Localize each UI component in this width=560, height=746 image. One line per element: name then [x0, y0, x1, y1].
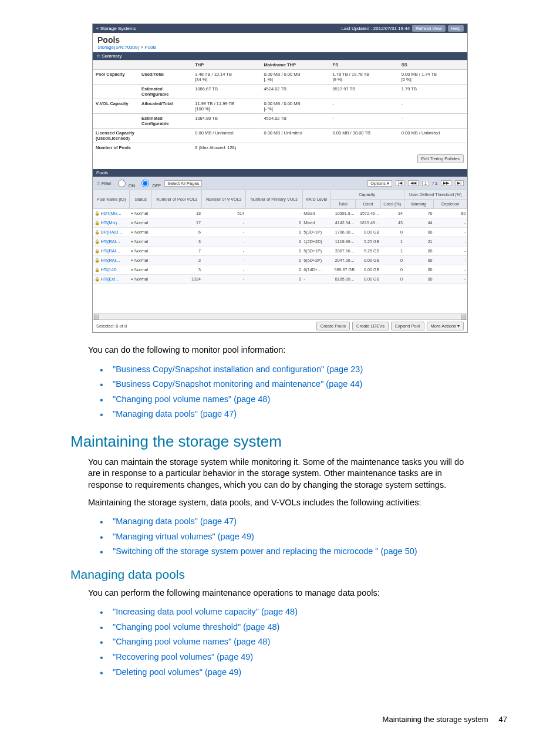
cross-ref-link[interactable]: "Business Copy/Snapshot monitoring and m…: [113, 379, 362, 389]
options-dropdown[interactable]: Options ▾: [367, 180, 392, 187]
heading-maintaining: Maintaining the storage system: [70, 433, 542, 451]
help-button[interactable]: Help: [448, 25, 464, 32]
refresh-button[interactable]: Refresh View: [412, 25, 445, 32]
list-item: "Switching off the storage system power …: [100, 544, 472, 559]
table-row[interactable]: 🔒 HTI(RAI…Normal7-05(3D+1P)3367.66…5.25 …: [93, 247, 467, 256]
col-poolname[interactable]: Pool Name (ID): [93, 190, 130, 209]
table-row[interactable]: 🔒 HTI(RAI…Normal3-01(2D+2D)1119.89…5.25 …: [93, 237, 467, 247]
horizontal-scrollbar[interactable]: [93, 313, 467, 319]
col-status[interactable]: Status: [130, 190, 152, 209]
summary-row: Licensed Capacity (Used/Licensed)0.00 MB…: [93, 129, 467, 143]
page-last-icon[interactable]: ▶|: [455, 180, 464, 186]
cross-ref-link[interactable]: "Managing data pools" (page 47): [113, 409, 237, 418]
create-ldevs-button[interactable]: Create LDEVs: [352, 322, 389, 330]
list-item: "Managing data pools" (page 47): [100, 407, 472, 422]
cross-ref-link[interactable]: "Changing pool volume threshold" (page 4…: [113, 622, 279, 632]
col-depl[interactable]: Depletion: [434, 200, 467, 209]
breadcrumb-link[interactable]: Storage(S/N:70308): [97, 45, 139, 50]
list-item: "Changing pool volume names" (page 48): [100, 634, 472, 650]
cross-ref-link[interactable]: "Increasing data pool volume capacity" (…: [113, 607, 298, 616]
page-title: Pools: [93, 33, 467, 45]
summary-row: Pool CapacityUsed/Total3.48 TB / 10.14 T…: [93, 70, 467, 85]
breadcrumb-current: Pools: [144, 45, 156, 50]
cross-ref-link[interactable]: "Managing data pools" (page 47): [113, 517, 237, 526]
list-item: "Managing data pools" (page 47): [100, 514, 472, 529]
col-fs: FS: [330, 60, 399, 70]
cross-ref-link[interactable]: "Business Copy/Snapshot installation and…: [113, 364, 363, 374]
table-row[interactable]: 🔒 DR(RAID…Normal6-05(3D+1P)1786.00…0.00 …: [93, 228, 467, 237]
status-icon: [131, 248, 134, 254]
list-item: "Changing pool volume names" (page 48): [100, 392, 472, 407]
status-icon: [131, 276, 134, 282]
managing-pools-p: You can perform the following maintenanc…: [88, 588, 472, 599]
pool-link[interactable]: 🔒 HDT(Mix…: [95, 211, 122, 216]
page-first-icon[interactable]: |◀: [396, 180, 404, 186]
status-icon: [131, 229, 134, 235]
more-actions-button[interactable]: More Actions ▾: [427, 322, 464, 330]
pool-link[interactable]: 🔒 HTI(RAI…: [95, 239, 120, 244]
screenshot-topbar: « Storage Systems Last Updated : 2012/07…: [93, 24, 467, 33]
col-warn[interactable]: Warning: [404, 200, 434, 209]
cross-ref-link[interactable]: "Changing pool volume names" (page 48): [113, 394, 270, 404]
table-row[interactable]: 🔒 HDT(Mix…Normal18514-Mixed10391.8…3572.…: [93, 209, 467, 218]
col-total[interactable]: Total: [330, 200, 356, 209]
summary-header[interactable]: ☆ Summary: [93, 52, 467, 60]
edit-tiering-button[interactable]: Edit Tiering Policies: [417, 154, 464, 163]
page-current[interactable]: 1: [422, 181, 429, 186]
page-footer: Maintaining the storage system 47: [53, 715, 507, 724]
col-thp: THP: [192, 60, 261, 70]
list-item: "Increasing data pool volume capacity" (…: [100, 605, 472, 620]
cross-ref-link[interactable]: "Managing virtual volumes" (page 49): [113, 532, 254, 541]
filter-label: ☆ Filter: [96, 181, 112, 186]
col-used[interactable]: Used: [356, 200, 380, 209]
select-all-pages[interactable]: Select All Pages: [164, 180, 202, 187]
col-nvol[interactable]: Number of Pool VOLs: [152, 190, 202, 209]
status-icon: [131, 220, 134, 225]
list-item: "Business Copy/Snapshot monitoring and m…: [100, 377, 472, 392]
page-total: / 1: [433, 181, 437, 186]
table-row[interactable]: 🔒 HTI(14D…Normal3-06(14D+…595.87 GB0.00 …: [93, 265, 467, 275]
filter-bar: ☆ Filter ON OFF Select All Pages Options…: [93, 177, 467, 190]
create-pools-button[interactable]: Create Pools: [316, 322, 350, 330]
table-footer: Selected: 0 of 8 Create Pools Create LDE…: [93, 319, 467, 332]
pools-table: Pool Name (ID) Status Number of Pool VOL…: [93, 190, 467, 284]
page-prev-icon[interactable]: ◀◀: [408, 180, 419, 186]
selected-count: Selected: 0 of 8: [96, 323, 127, 329]
col-usedpct[interactable]: Used (%): [380, 200, 404, 209]
cross-ref-link[interactable]: "Changing pool volume names" (page 48): [113, 637, 270, 646]
summary-row: Number of Pools8 (Max Allowed: 128): [93, 143, 467, 153]
summary-row: Estimated Configurable1086.67 TB4524.02 …: [93, 85, 467, 99]
pool-link[interactable]: 🔒 HTI(Mix)…: [95, 220, 122, 225]
table-row[interactable]: 🔒 HTI(RAI…Normal3-06(6D+2P)2047.26…0.00 …: [93, 256, 467, 265]
pool-info-list: "Business Copy/Snapshot installation and…: [100, 362, 472, 422]
table-row[interactable]: 🔒 HTI(Ext…Normal1024-0-8185.89…0.00 GB08…: [93, 275, 467, 284]
back-link[interactable]: « Storage Systems: [96, 26, 136, 31]
cross-ref-link[interactable]: "Recovering pool volumes" (page 49): [113, 652, 253, 661]
col-ss: SS: [399, 60, 467, 70]
summary-table: THP Mainframe THP FS SS Pool CapacityUse…: [93, 60, 467, 152]
list-item: "Recovering pool volumes" (page 49): [100, 650, 472, 665]
cross-ref-link[interactable]: "Deleting pool volumes" (page 49): [113, 667, 241, 677]
summary-row: V-VOL CapacityAllocated/Total11.99 TB / …: [93, 99, 467, 114]
summary-row: Estimated Configurable1084.80 TB4524.02 …: [93, 114, 467, 129]
expand-pool-button[interactable]: Expand Pool: [391, 322, 424, 330]
pool-link[interactable]: 🔒 DR(RAID…: [95, 229, 123, 235]
col-raid[interactable]: RAID Level: [302, 190, 330, 209]
page-next-icon[interactable]: ▶▶: [441, 180, 451, 186]
pool-link[interactable]: 🔒 HTI(Ext…: [95, 276, 120, 282]
table-row[interactable]: 🔒 HTI(Mix)…Normal17-0Mixed4142.94…1819.4…: [93, 218, 467, 228]
filter-on-radio[interactable]: ON: [115, 178, 135, 188]
cross-ref-link[interactable]: "Switching off the storage system power …: [113, 546, 417, 556]
pool-link[interactable]: 🔒 HTI(14D…: [95, 267, 121, 272]
filter-off-radio[interactable]: OFF: [139, 178, 161, 188]
pool-link[interactable]: 🔒 HTI(RAI…: [95, 258, 120, 263]
footer-page-number: 47: [499, 715, 507, 724]
breadcrumb: Storage(S/N:70308) > Pools: [93, 45, 467, 52]
pools-header: Pools: [93, 169, 467, 177]
col-nvvol[interactable]: Number of V-VOLs: [202, 190, 245, 209]
status-icon: [131, 239, 134, 244]
pool-link[interactable]: 🔒 HTI(RAI…: [95, 248, 120, 254]
col-capacity-group: Capacity: [330, 190, 404, 200]
col-nprim[interactable]: Number of Primary VOLs: [245, 190, 302, 209]
maintaining-p1: You can maintain the storage system whil…: [88, 457, 472, 491]
